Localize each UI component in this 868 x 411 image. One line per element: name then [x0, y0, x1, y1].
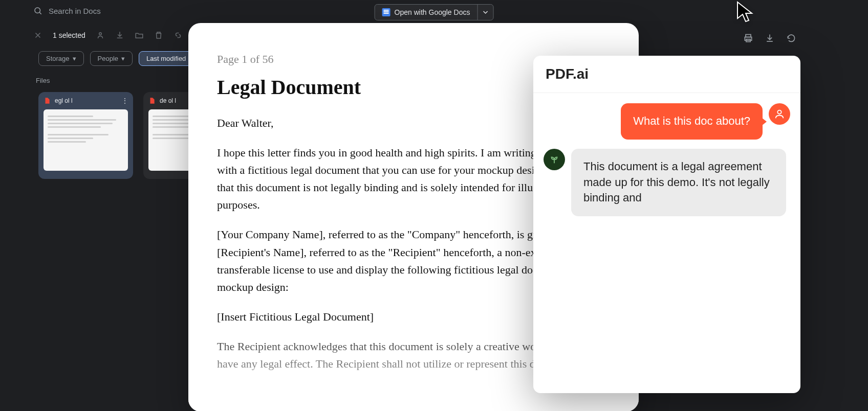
print-icon[interactable] [743, 33, 753, 43]
pdf-ai-chat-panel: PDF.ai What is this doc about? This docu… [533, 56, 800, 393]
chat-messages: What is this doc about? This document is… [533, 93, 800, 393]
filter-chips: Storage ▾ People ▾ Last modified ▾ [38, 51, 200, 66]
link-icon[interactable] [173, 31, 183, 40]
mouse-cursor [733, 0, 758, 25]
thumbnail-preview [44, 109, 128, 171]
chat-message-ai: This document is a legal agreement made … [544, 149, 790, 216]
pdf-icon [44, 97, 51, 104]
selected-count: 1 selected [53, 31, 85, 39]
svg-point-11 [777, 110, 781, 114]
right-toolbar [743, 33, 796, 43]
search-icon [33, 6, 42, 15]
filter-storage[interactable]: Storage ▾ [38, 51, 84, 66]
user-message-bubble: What is this doc about? [621, 103, 763, 140]
google-docs-icon [382, 8, 390, 16]
selection-toolbar: 1 selected [33, 31, 202, 40]
open-with-button[interactable]: Open with Google Docs [375, 4, 494, 20]
pdf-icon [148, 97, 156, 104]
file-thumbnail-1[interactable]: egl ol l ⋮ [38, 92, 133, 179]
filter-people[interactable]: People ▾ [90, 51, 133, 66]
refresh-icon[interactable] [786, 33, 796, 43]
open-with-label: Open with Google Docs [395, 8, 470, 16]
chat-header: PDF.ai [533, 56, 800, 93]
open-with-dropdown[interactable] [477, 5, 493, 20]
chevron-down-icon: ▾ [73, 55, 76, 62]
close-icon[interactable] [33, 31, 42, 40]
delete-icon[interactable] [154, 31, 163, 40]
download-icon[interactable] [115, 31, 124, 40]
chevron-down-icon [483, 10, 488, 15]
search-placeholder: Search in Docs [49, 7, 101, 15]
ai-message-bubble: This document is a legal agreement made … [571, 149, 786, 216]
person-icon [774, 108, 785, 120]
files-section-label: Files [36, 77, 50, 84]
ai-avatar [544, 149, 565, 170]
move-icon[interactable] [135, 31, 144, 40]
chat-message-user: What is this doc about? [544, 103, 790, 140]
download-icon[interactable] [765, 33, 775, 43]
svg-point-4 [99, 33, 102, 35]
sprout-icon [549, 154, 560, 165]
svg-line-1 [39, 12, 41, 14]
svg-point-0 [35, 8, 40, 13]
chat-title: PDF.ai [546, 66, 788, 82]
more-icon[interactable]: ⋮ [122, 97, 128, 104]
search-bar[interactable]: Search in Docs [33, 6, 101, 15]
user-avatar [769, 103, 790, 125]
chevron-down-icon: ▾ [121, 55, 125, 62]
share-icon[interactable] [96, 31, 105, 40]
